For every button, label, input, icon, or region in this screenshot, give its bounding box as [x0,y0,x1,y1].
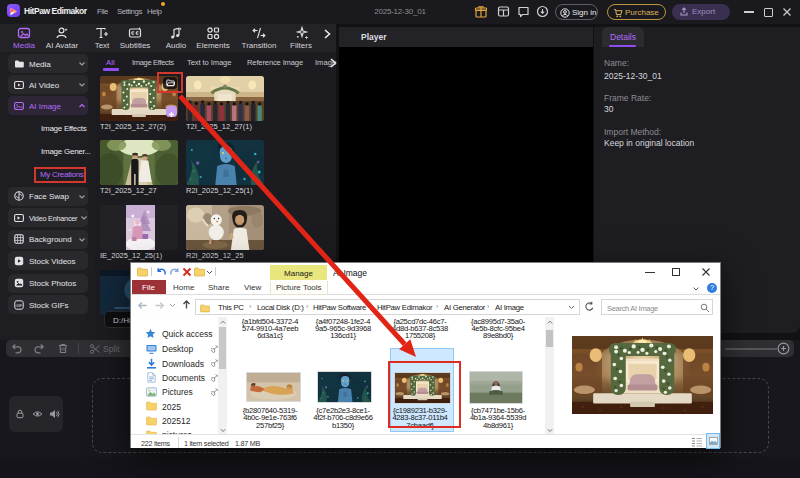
svg-text:GIF: GIF [16,303,23,307]
